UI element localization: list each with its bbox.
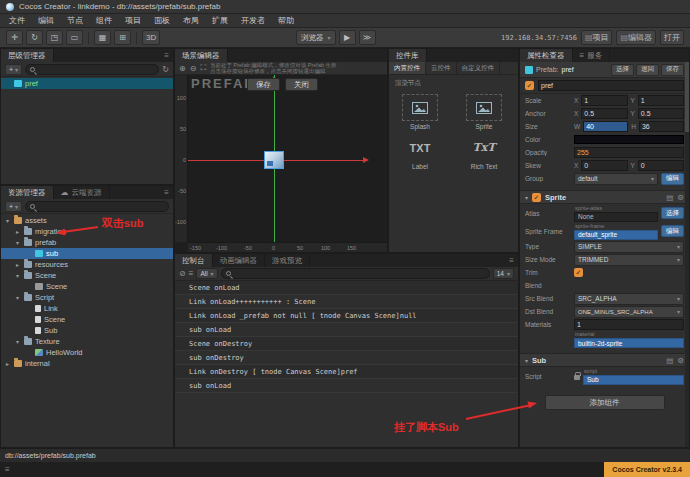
component-gear-icon[interactable]: ⚙	[677, 193, 684, 202]
menu-item-file[interactable]: 文件	[9, 15, 25, 26]
skew-x-input[interactable]: 0	[581, 160, 627, 171]
tab-builtin-widgets[interactable]: 内置控件	[389, 62, 426, 74]
hierarchy-search[interactable]	[25, 64, 159, 75]
size-w-input[interactable]: 40	[583, 121, 628, 132]
open-editor-log-button[interactable]: ▤ 编辑器	[616, 30, 656, 45]
group-edit-button[interactable]: 编辑	[661, 173, 684, 185]
sprite-component-header[interactable]: ▾ Sprite ▤ ⚙	[520, 190, 689, 204]
log-filter-dropdown[interactable]: All ▾	[196, 268, 217, 279]
grid-toggle-button[interactable]: ▦	[94, 30, 111, 45]
rect-tool-button[interactable]: ▭	[66, 30, 83, 45]
scale-tool-button[interactable]: ◳	[46, 30, 63, 45]
log-line[interactable]: sub onLoad	[175, 323, 518, 337]
panel-menu-icon[interactable]: ≡	[164, 186, 173, 199]
size-mode-dropdown[interactable]: TRIMMED ▾	[574, 254, 684, 266]
prefab-save-button[interactable]: 保存	[661, 64, 684, 76]
hierarchy-search-input[interactable]	[38, 66, 154, 73]
log-line[interactable]: Scene onLoad	[175, 281, 518, 295]
caret-icon[interactable]: ▾	[4, 217, 11, 224]
asset-item-internal[interactable]: ▸internal	[1, 358, 173, 369]
create-asset-button[interactable]: +▾	[5, 201, 22, 212]
widget-splash[interactable]: Splash	[395, 94, 445, 130]
prefab-save-button[interactable]: 保存	[247, 78, 280, 91]
component-help-icon[interactable]: ▤	[666, 193, 673, 202]
widget-richtext-node[interactable]: TxT Rich Text	[459, 134, 509, 170]
sub-component-header[interactable]: ▾ Sub ▤ ⚙	[520, 353, 689, 367]
tab-console[interactable]: 控制台	[175, 254, 213, 267]
sprite-enabled-checkbox[interactable]	[532, 193, 541, 202]
scene-canvas[interactable]: PREFAB 保存 关闭 100 50 0 -50 -100	[175, 75, 387, 252]
tab-hierarchy[interactable]: 层级管理器	[1, 49, 54, 62]
inspector-scrollbar[interactable]	[685, 62, 689, 447]
asset-item-scene-script[interactable]: Scene	[1, 314, 173, 325]
trim-checkbox[interactable]	[574, 268, 583, 277]
menu-item-component[interactable]: 组件	[96, 15, 112, 26]
src-blend-dropdown[interactable]: SRC_ALPHA ▾	[574, 293, 684, 305]
asset-item-migration[interactable]: ▸migration	[1, 226, 173, 237]
console-toggle-icon[interactable]: ≡	[5, 465, 10, 474]
assets-search[interactable]	[25, 201, 169, 212]
caret-icon[interactable]: ▾	[14, 294, 21, 301]
rotate-tool-button[interactable]: ↻	[26, 30, 43, 45]
asset-item-prefab[interactable]: ▾prefab	[1, 237, 173, 248]
tab-widget-library[interactable]: 控件库	[389, 49, 427, 62]
atlas-value[interactable]: None	[574, 212, 658, 222]
selected-sprite-node[interactable]	[264, 151, 284, 169]
scale-y-input[interactable]: 1	[638, 95, 684, 106]
asset-item-helloworld[interactable]: HelloWorld	[1, 347, 173, 358]
fit-view-icon[interactable]: ⛶	[200, 63, 206, 73]
color-swatch[interactable]	[574, 135, 684, 144]
panel-menu-icon[interactable]: ≡	[164, 49, 173, 62]
collapse-log-icon[interactable]: ≡	[189, 269, 194, 278]
snap-toggle-button[interactable]: ⊞	[114, 30, 131, 45]
console-search-input[interactable]	[234, 270, 485, 277]
clear-log-icon[interactable]: ⊘	[179, 269, 186, 278]
asset-item-link-script[interactable]: Link	[1, 303, 173, 314]
tab-game-preview[interactable]: 游戏预览	[265, 254, 310, 267]
prefab-close-button[interactable]: 关闭	[285, 78, 318, 91]
tab-cloud-widgets[interactable]: 云控件	[426, 62, 457, 74]
log-line[interactable]: Link onLoad+++++++++++ : Scene	[175, 295, 518, 309]
component-gear-icon[interactable]: ⚙	[677, 356, 684, 365]
prefab-revert-button[interactable]: 退回	[636, 64, 659, 76]
group-dropdown[interactable]: default ▾	[574, 173, 658, 185]
tab-custom-widgets[interactable]: 自定义控件	[457, 62, 501, 74]
material-value[interactable]: builtin-2d-sprite	[574, 338, 684, 348]
menu-item-developer[interactable]: 开发者	[241, 15, 265, 26]
tab-scene-editor[interactable]: 场景编辑器	[175, 49, 228, 62]
materials-count-input[interactable]: 1	[574, 319, 684, 330]
add-component-button[interactable]: 添加组件	[545, 395, 665, 410]
size-h-input[interactable]: 36	[639, 121, 684, 132]
caret-icon[interactable]: ▾	[14, 239, 21, 246]
menu-item-node[interactable]: 节点	[67, 15, 83, 26]
font-size-dropdown[interactable]: 14 ▾	[493, 268, 514, 279]
asset-item-scene[interactable]: Scene	[1, 281, 173, 292]
script-value[interactable]: Sub	[583, 375, 684, 385]
assets-search-input[interactable]	[38, 203, 164, 210]
menu-item-panel[interactable]: 面板	[154, 15, 170, 26]
scrollbar-thumb[interactable]	[685, 62, 689, 132]
widget-label-node[interactable]: TXT Label	[395, 134, 445, 170]
material-field[interactable]: material builtin-2d-sprite	[574, 331, 684, 348]
sprite-frame-value[interactable]: default_sprite	[574, 230, 658, 240]
create-node-button[interactable]: +▾	[5, 64, 22, 75]
preview-target-dropdown[interactable]: 浏览器 ▾	[296, 30, 336, 45]
zoom-out-icon[interactable]: ⊖	[190, 64, 197, 73]
mode-3d-button[interactable]: 3D	[142, 30, 160, 45]
anchor-x-input[interactable]: 0.5	[581, 108, 627, 119]
caret-icon[interactable]: ▾	[14, 338, 21, 345]
atlas-select-button[interactable]: 选择	[661, 207, 684, 219]
log-line[interactable]: sub onDestroy	[175, 351, 518, 365]
asset-item-resources[interactable]: ▸resources	[1, 259, 173, 270]
refresh-icon[interactable]: ↻	[162, 65, 169, 74]
log-line[interactable]: Link onLoad _prefab not null [ tnode Can…	[175, 309, 518, 323]
asset-item-sub[interactable]: sub	[1, 248, 173, 259]
widget-sprite[interactable]: Sprite	[459, 94, 509, 130]
step-button[interactable]: ≫	[359, 30, 376, 45]
move-tool-button[interactable]: ✛	[6, 30, 23, 45]
sprite-frame-field[interactable]: sprite-frame default_sprite	[574, 223, 658, 240]
skew-y-input[interactable]: 0	[638, 160, 684, 171]
type-dropdown[interactable]: SIMPLE ▾	[574, 241, 684, 253]
asset-item-assets[interactable]: ▾assets	[1, 215, 173, 226]
caret-icon[interactable]: ▸	[14, 261, 21, 268]
